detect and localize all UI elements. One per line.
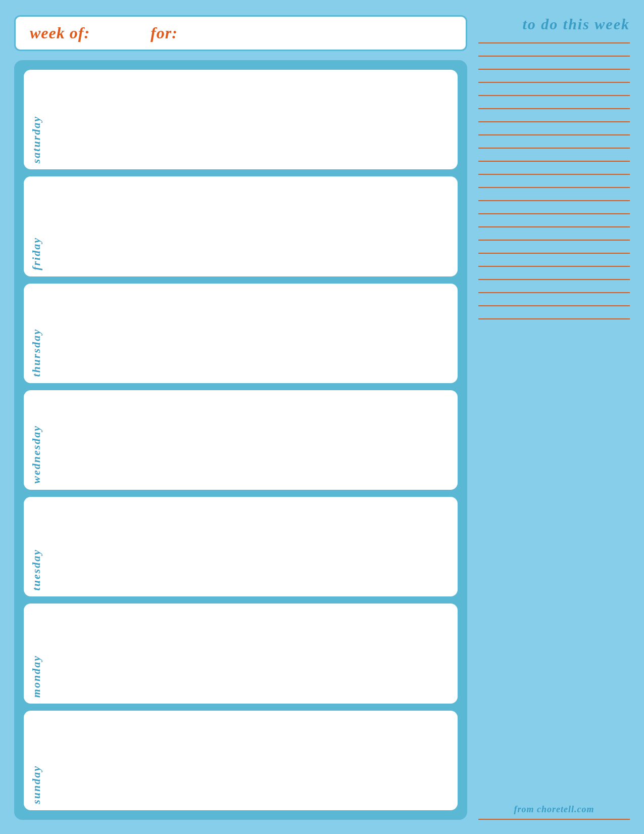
day-block-monday: monday — [24, 604, 458, 703]
todo-line-19 — [478, 279, 630, 280]
todo-line-3 — [478, 69, 630, 70]
todo-line-6 — [478, 108, 630, 109]
day-label-saturday: saturday — [31, 116, 42, 163]
todo-line-2 — [478, 56, 630, 57]
day-block-thursday: thursday — [24, 284, 458, 383]
header-bar: week of: for: — [14, 15, 467, 51]
todo-line-5 — [478, 95, 630, 96]
todo-line-12 — [478, 187, 630, 188]
todo-line-21 — [478, 305, 630, 306]
day-label-sunday: sunday — [31, 765, 42, 804]
day-label-tuesday: tuesday — [31, 549, 42, 590]
todo-line-18 — [478, 266, 630, 267]
todo-title: TO DO THiS weeK — [478, 15, 630, 33]
for-label: for: — [151, 24, 178, 42]
day-block-friday: friday — [24, 176, 458, 276]
todo-line-11 — [478, 174, 630, 175]
todo-line-8 — [478, 134, 630, 135]
page: week of: for: saturday friday thursday w… — [0, 0, 644, 834]
day-block-sunday: sunday — [24, 711, 458, 810]
todo-line-13 — [478, 200, 630, 201]
todo-line-14 — [478, 213, 630, 214]
todo-line-17 — [478, 253, 630, 254]
todo-line-1 — [478, 42, 630, 43]
day-block-saturday: saturday — [24, 70, 458, 169]
todo-line-20 — [478, 292, 630, 293]
day-label-monday: monday — [31, 655, 42, 698]
todo-line-9 — [478, 148, 630, 149]
todo-line-15 — [478, 226, 630, 227]
day-label-thursday: thursday — [31, 329, 42, 377]
todo-lines — [478, 42, 630, 800]
todo-line-16 — [478, 240, 630, 241]
footer-text: from choretell.com — [478, 804, 630, 815]
day-block-wednesday: wednesday — [24, 390, 458, 490]
right-column: TO DO THiS weeK from ch — [478, 15, 630, 820]
week-of-label: week of: — [30, 24, 90, 42]
day-label-wednesday: wednesday — [31, 425, 42, 484]
todo-line-4 — [478, 82, 630, 83]
todo-line-10 — [478, 161, 630, 162]
todo-line-22 — [478, 318, 630, 319]
day-label-friday: friday — [31, 237, 42, 270]
left-column: week of: for: saturday friday thursday w… — [14, 15, 467, 820]
footer-line — [478, 819, 630, 820]
days-container: saturday friday thursday wednesday tuesd… — [14, 60, 467, 820]
day-block-tuesday: tuesday — [24, 497, 458, 596]
todo-line-7 — [478, 121, 630, 122]
